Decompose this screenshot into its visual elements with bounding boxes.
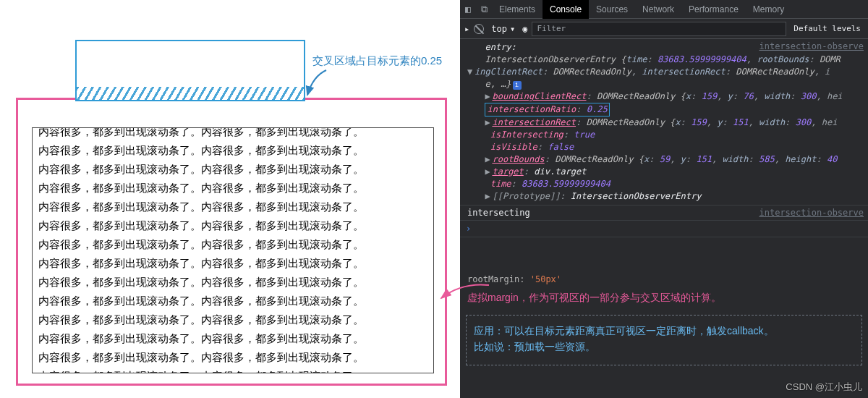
- chevron-down-icon: ▾: [510, 24, 515, 34]
- annotation-arrow-icon: [306, 69, 328, 98]
- scroll-container: 内容很多，都多到出现滚动条了。内容很多，都多到出现滚动条了。内容很多，都多到出现…: [32, 127, 434, 373]
- console-log-entry[interactable]: intersection-observe intersecting: [460, 206, 868, 221]
- clear-console-icon[interactable]: [474, 24, 484, 34]
- content-line: 内容很多，都多到出现滚动条了。内容很多，都多到出现滚动条了。: [38, 254, 430, 273]
- content-line: 内容很多，都多到出现滚动条了。内容很多，都多到出现滚动条了。: [38, 179, 430, 198]
- content-line: 内容很多，都多到出现滚动条了。内容很多，都多到出现滚动条了。: [38, 235, 430, 254]
- content-line: 内容很多，都多到出现滚动条了。内容很多，都多到出现滚动条了。: [38, 216, 430, 235]
- root-margin-annotation: rootMargin: '50px': [460, 271, 868, 287]
- log-line: ▶intersectionRect: DOMRectReadOnly {x: 1…: [467, 117, 868, 129]
- log-line: IntersectionObserverEntry {time: 83683.5…: [467, 54, 868, 66]
- log-line: isVisible: false: [467, 141, 868, 153]
- root-arrow-icon: [440, 282, 490, 304]
- content-line: 内容很多，都多到出现滚动条了。内容很多，都多到出现滚动条了。: [38, 292, 430, 310]
- scroll-area[interactable]: 内容很多，都多到出现滚动条了。内容很多，都多到出现滚动条了。内容很多，都多到出现…: [33, 128, 433, 373]
- content-line: 内容很多，都多到出现滚动条了。内容很多，都多到出现滚动条了。: [38, 348, 430, 367]
- tab-performance[interactable]: Performance: [681, 0, 746, 19]
- devtools-panel: ◧ ⧉ ElementsConsoleSourcesNetworkPerform…: [460, 0, 868, 398]
- log-line: ▼ingClientRect: DOMRectReadOnly, interse…: [467, 66, 868, 78]
- live-expression-icon[interactable]: ◉: [522, 24, 527, 34]
- console-log-entry[interactable]: intersection-observe entry: Intersection…: [460, 39, 868, 206]
- tab-memory[interactable]: Memory: [746, 0, 791, 19]
- sidebar-toggle-icon[interactable]: ▸: [464, 24, 469, 34]
- tab-elements[interactable]: Elements: [492, 0, 542, 19]
- content-line: 内容很多，都多到出现滚动条了。内容很多，都多到出现滚动条了。: [38, 367, 430, 373]
- intersection-ratio-label: 交叉区域占目标元素的0.25: [312, 54, 442, 68]
- log-source-link[interactable]: intersection-observe: [760, 41, 869, 51]
- intersection-overlap-hatch: [77, 87, 304, 100]
- log-line: isIntersecting: true: [467, 129, 868, 141]
- root-margin-explain: 虚拟margin，作为可视区的一部分参与交叉区域的计算。: [460, 287, 868, 315]
- content-line: 内容很多，都多到出现滚动条了。内容很多，都多到出现滚动条了。: [38, 273, 430, 292]
- device-toolbar-icon[interactable]: ⧉: [476, 4, 492, 15]
- log-line: ▶[[Prototype]]: IntersectionObserverEntr…: [467, 190, 868, 203]
- log-line: ▶boundingClientRect: DOMRectReadOnly {x:…: [467, 90, 868, 103]
- context-selector[interactable]: top ▾: [488, 24, 518, 34]
- content-line: 内容很多，都多到出现滚动条了。内容很多，都多到出现滚动条了。: [38, 128, 430, 141]
- log-source-link[interactable]: intersection-observe: [760, 208, 869, 218]
- content-line: 内容很多，都多到出现滚动条了。内容很多，都多到出现滚动条了。: [38, 198, 430, 216]
- inspect-icon[interactable]: ◧: [460, 4, 476, 14]
- tab-network[interactable]: Network: [635, 0, 681, 19]
- log-levels-selector[interactable]: Default levels: [791, 24, 864, 33]
- devtools-tabs: ElementsConsoleSourcesNetworkPerformance…: [492, 0, 791, 19]
- demo-viewport: 交叉区域占目标元素的0.25 内容很多，都多到出现滚动条了。内容很多，都多到出现…: [0, 0, 460, 398]
- log-line: e, …}i: [467, 78, 868, 90]
- log-line: ▶target: div.target: [467, 166, 868, 178]
- tab-sources[interactable]: Sources: [589, 0, 635, 19]
- log-line: time: 83683.59999999404: [467, 178, 868, 190]
- content-line: 内容很多，都多到出现滚动条了。内容很多，都多到出现滚动条了。: [38, 329, 430, 348]
- devtools-topbar: ◧ ⧉ ElementsConsoleSourcesNetworkPerform…: [460, 0, 868, 19]
- watermark: CSDN @江小虫儿: [786, 381, 862, 394]
- tab-console[interactable]: Console: [542, 0, 589, 19]
- console-toolbar: ▸ top ▾ ◉ Filter Default levels: [460, 19, 868, 39]
- content-line: 内容很多，都多到出现滚动条了。内容很多，都多到出现滚动条了。: [38, 160, 430, 179]
- content-line: 内容很多，都多到出现滚动条了。内容很多，都多到出现滚动条了。: [38, 141, 430, 160]
- console-prompt[interactable]: ›: [460, 221, 868, 237]
- log-line: ▶rootBounds: DOMRectReadOnly {x: 59, y: …: [467, 153, 868, 166]
- log-line: intersectionRatio: 0.25: [467, 103, 868, 117]
- application-note: 应用：可以在目标元素距离真正可视区一定距离时，触发callback。 比如说：预…: [466, 315, 862, 365]
- filter-input[interactable]: Filter: [532, 22, 786, 36]
- content-line: 内容很多，都多到出现滚动条了。内容很多，都多到出现滚动条了。: [38, 310, 430, 329]
- intersection-box: [75, 40, 305, 101]
